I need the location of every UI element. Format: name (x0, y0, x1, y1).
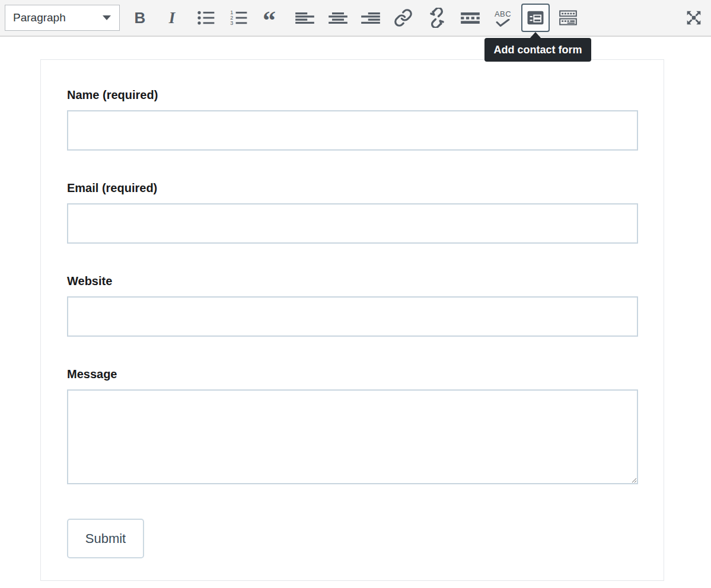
unlink-icon (427, 8, 447, 28)
email-field-label: Email (required) (67, 180, 638, 196)
fullscreen-button[interactable] (680, 4, 708, 32)
message-field-group: Message (67, 366, 638, 484)
link-icon (394, 8, 413, 27)
name-field-group: Name (required) (67, 87, 638, 151)
add-contact-form-button[interactable] (521, 4, 550, 32)
align-left-icon (295, 12, 314, 24)
read-more-icon (461, 12, 480, 24)
tooltip-text: Add contact form (493, 44, 582, 56)
submit-button[interactable]: Submit (67, 519, 144, 558)
email-field-group: Email (required) (67, 180, 638, 244)
align-left-button[interactable] (291, 4, 319, 32)
add-contact-form-tooltip: Add contact form (484, 38, 591, 62)
email-input[interactable] (67, 203, 638, 244)
fullscreen-icon (684, 8, 703, 27)
italic-icon: I (169, 9, 176, 27)
align-right-button[interactable] (356, 4, 385, 32)
paragraph-format-value: Paragraph (5, 11, 103, 24)
svg-text:3: 3 (230, 20, 233, 26)
bulleted-list-icon (197, 9, 215, 26)
spellcheck-icon: ABC (495, 9, 511, 27)
bulleted-list-button[interactable] (192, 4, 220, 32)
message-textarea[interactable] (67, 389, 638, 484)
message-field-label: Message (67, 366, 638, 382)
contact-form-icon (527, 11, 544, 25)
contact-form-preview: Name (required) Email (required) Website… (40, 59, 664, 581)
italic-button[interactable]: I (158, 4, 186, 32)
numbered-list-button[interactable]: 1 2 3 (224, 4, 253, 32)
numbered-list-icon: 1 2 3 (229, 9, 247, 26)
website-input[interactable] (67, 296, 638, 337)
insert-read-more-button[interactable] (456, 4, 484, 32)
bold-icon: B (135, 9, 146, 27)
website-field-group: Website (67, 273, 638, 337)
remove-link-button[interactable] (423, 4, 451, 32)
editor-toolbar: Paragraph B I 1 2 3 “ (0, 0, 711, 37)
insert-link-button[interactable] (389, 4, 417, 32)
name-input[interactable] (67, 110, 638, 151)
align-center-button[interactable] (324, 4, 352, 32)
blockquote-icon: “ (263, 9, 282, 27)
blockquote-button[interactable]: “ (258, 4, 286, 32)
chevron-down-icon (103, 15, 111, 20)
keyboard-icon (559, 10, 577, 25)
toolbar-toggle-button[interactable] (554, 4, 582, 32)
spellcheck-button[interactable]: ABC (489, 4, 517, 32)
svg-text:“: “ (263, 9, 276, 27)
website-field-label: Website (67, 273, 638, 289)
bold-button[interactable]: B (126, 4, 154, 32)
name-field-label: Name (required) (67, 87, 638, 103)
align-center-icon (329, 12, 347, 24)
paragraph-format-dropdown[interactable]: Paragraph (5, 5, 120, 31)
align-right-icon (361, 12, 380, 24)
